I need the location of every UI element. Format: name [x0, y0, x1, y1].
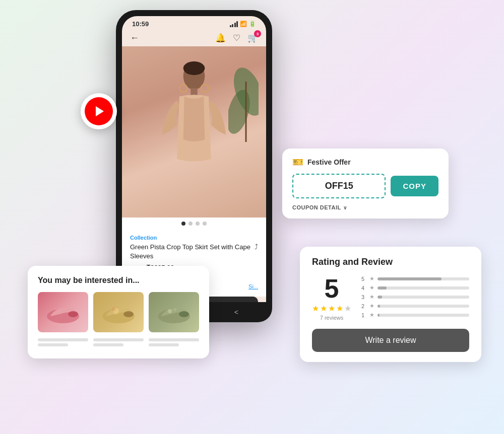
- nav-bar: ← 🔔 ♡ 🛒 3: [122, 30, 266, 46]
- collection-label: Collection: [130, 235, 258, 241]
- bar-star-5: ★: [369, 275, 374, 282]
- product-thumb-3[interactable]: [149, 292, 199, 332]
- shoe-image-1: [43, 297, 83, 327]
- rating-review-card: Rating and Review 5 ★ ★ ★ ★ ★ 7 reviews …: [300, 247, 481, 362]
- signal-icon: [230, 21, 238, 27]
- bar-star-1: ★: [369, 312, 374, 318]
- svg-point-13: [111, 307, 115, 311]
- youtube-inner: [85, 97, 113, 125]
- cart-icon[interactable]: 🛒 3: [247, 33, 258, 43]
- interested-card: You may be interested in...: [28, 266, 209, 358]
- cart-badge: 3: [254, 30, 261, 37]
- bar-label-1: 1: [361, 312, 366, 318]
- svg-point-15: [179, 311, 189, 317]
- coupon-detail-toggle[interactable]: COUPON DETAIL ∨: [292, 204, 438, 210]
- bar-label-4: 4: [361, 285, 366, 291]
- wishlist-icon[interactable]: ♡: [233, 33, 240, 43]
- svg-point-4: [183, 61, 205, 75]
- bar-row-2: 2 ★: [361, 303, 469, 309]
- bar-track-1: [377, 314, 469, 317]
- stars-row: ★ ★ ★ ★ ★: [312, 304, 351, 313]
- svg-point-9: [68, 311, 78, 317]
- bar-fill-3: [377, 296, 382, 299]
- svg-point-11: [123, 311, 134, 317]
- svg-point-16: [168, 309, 172, 313]
- back-button[interactable]: ←: [130, 33, 139, 43]
- bar-star-3: ★: [369, 294, 374, 300]
- dot-4[interactable]: [203, 222, 207, 226]
- bar-row-4: 4 ★: [361, 284, 469, 291]
- rating-title: Rating and Review: [312, 257, 469, 267]
- label-line-2b: [93, 343, 123, 346]
- product-name: Green Pista Crop Top Skirt Set with Cape…: [130, 243, 255, 261]
- product-grid: [38, 292, 199, 332]
- bar-track-5: [377, 277, 469, 280]
- bar-row-5: 5 ★: [361, 275, 469, 282]
- coupon-code: OFF15: [292, 174, 386, 198]
- shoe-image-2: [98, 297, 139, 327]
- label-line-3a: [149, 338, 199, 341]
- model-figure: [159, 61, 229, 218]
- product-thumb-2[interactable]: [93, 292, 144, 332]
- interested-title: You may be interested in...: [38, 276, 199, 285]
- bar-fill-4: [377, 286, 387, 290]
- image-dots: [122, 218, 266, 230]
- copy-button[interactable]: COPY: [391, 176, 438, 196]
- product-image: [122, 46, 266, 218]
- product-labels: [38, 338, 199, 348]
- bar-star-2: ★: [369, 303, 374, 309]
- product-thumb-1[interactable]: [38, 292, 88, 332]
- bar-row-3: 3 ★: [361, 294, 469, 300]
- festive-title: Festive Offer: [307, 158, 351, 166]
- rating-bars: 5 ★ 4 ★ 3 ★ 2 ★ 1 ★: [361, 275, 469, 321]
- svg-point-6: [179, 85, 187, 93]
- notification-icon[interactable]: 🔔: [215, 33, 226, 43]
- star-4: ★: [336, 304, 343, 313]
- big-score: 5: [312, 275, 351, 302]
- dot-2[interactable]: [188, 222, 193, 226]
- battery-icon: 🔋: [249, 21, 256, 27]
- wifi-icon: 📶: [240, 21, 247, 27]
- rating-score-section: 5 ★ ★ ★ ★ ★ 7 reviews: [312, 275, 351, 321]
- label-line-2a: [93, 338, 144, 341]
- plant-decoration: [228, 51, 259, 144]
- bar-label-2: 2: [361, 303, 366, 309]
- star-1: ★: [312, 304, 319, 313]
- star-3: ★: [328, 304, 335, 313]
- dot-1[interactable]: [181, 222, 185, 226]
- status-time: 10:59: [132, 20, 149, 28]
- size-guide-link[interactable]: Si...: [248, 283, 258, 290]
- dot-3[interactable]: [196, 222, 200, 226]
- label-line-1b: [38, 343, 68, 346]
- share-icon[interactable]: ⤴: [255, 243, 258, 251]
- bar-label-3: 3: [361, 294, 366, 300]
- svg-point-17: [173, 308, 176, 311]
- bar-track-3: [377, 296, 469, 299]
- label-line-3b: [149, 343, 179, 346]
- chevron-down-icon: ∨: [343, 205, 347, 210]
- star-5: ★: [344, 304, 351, 313]
- nav-right-icons: 🔔 ♡ 🛒 3: [215, 33, 258, 43]
- label-item-2: [93, 338, 144, 348]
- play-icon: [96, 106, 104, 116]
- ticket-icon: 🎫: [292, 157, 303, 168]
- bar-fill-2: [377, 305, 380, 308]
- label-line-1a: [38, 338, 88, 341]
- festive-header: 🎫 Festive Offer: [292, 157, 438, 168]
- bar-fill-1: [377, 314, 380, 317]
- youtube-button[interactable]: [81, 93, 117, 129]
- svg-point-7: [201, 85, 209, 93]
- write-review-button[interactable]: Write a review: [312, 329, 469, 352]
- label-item-3: [149, 338, 199, 348]
- back-nav-icon[interactable]: <: [234, 308, 238, 316]
- reviews-count: 7 reviews: [312, 315, 351, 321]
- bar-fill-5: [377, 277, 442, 280]
- rating-content: 5 ★ ★ ★ ★ ★ 7 reviews 5 ★ 4 ★ 3: [312, 275, 469, 321]
- star-2: ★: [320, 304, 327, 313]
- coupon-row: OFF15 COPY: [292, 174, 438, 198]
- festive-offer-card: 🎫 Festive Offer OFF15 COPY COUPON DETAIL…: [282, 149, 449, 219]
- bar-row-1: 1 ★: [361, 312, 469, 318]
- bar-star-4: ★: [369, 284, 374, 291]
- bar-track-4: [377, 286, 469, 290]
- bar-label-5: 5: [361, 276, 366, 282]
